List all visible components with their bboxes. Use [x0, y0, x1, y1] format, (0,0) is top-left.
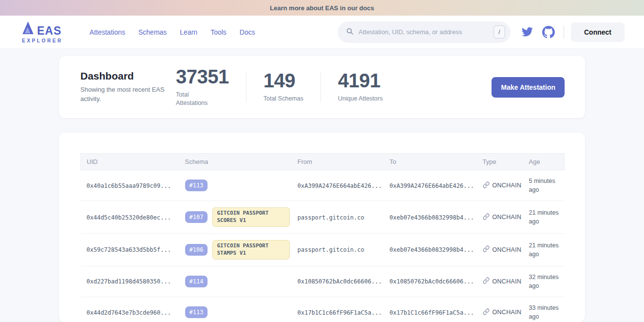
slash-shortcut-badge: / [493, 25, 505, 39]
schema-id-badge[interactable]: #107 [185, 211, 208, 223]
attestation-type-label: ONCHAIN [492, 214, 522, 221]
stat-label: Total Attestations [176, 91, 221, 108]
attestation-uid[interactable]: 0x40a1c6b55aaa9789c09... [87, 182, 171, 189]
table-header: UID Schema From To Type Age [81, 154, 565, 170]
age-text: 5 minutes ago [529, 178, 555, 193]
attestation-type-label: ONCHAIN [492, 182, 522, 189]
link-icon [483, 245, 490, 254]
to-address[interactable]: 0xeb07e4366b0832998b4... [390, 214, 474, 221]
page-subtitle: Showing the most recent EAS activity. [80, 85, 176, 104]
twitter-icon[interactable] [521, 26, 533, 38]
stat-total-attestations: 37351 Total Attestations [176, 67, 229, 108]
column-header-type: Type [477, 154, 523, 170]
eas-logo[interactable]: EAS EXPLORER [22, 21, 63, 43]
stat-value: 37351 [176, 67, 229, 86]
from-address[interactable]: passport.gitcoin.co [298, 214, 364, 221]
from-address[interactable]: 0x10850762bAc0dc66606... [298, 278, 382, 285]
stat-value: 4191 [338, 71, 383, 90]
table-row[interactable]: 0x44d2d7643e7b3cde960... #113 0x17b1C1c6… [81, 297, 565, 322]
eas-triangle-icon [22, 21, 34, 37]
page-title: Dashboard [80, 70, 176, 82]
link-icon [483, 213, 490, 221]
nav-schemas[interactable]: Schemas [138, 28, 167, 36]
from-address[interactable]: passport.gitcoin.co [298, 246, 364, 253]
stat-divider [246, 72, 246, 102]
attestation-uid[interactable]: 0x44d2d7643e7b3cde960... [87, 309, 171, 316]
column-header-uid: UID [81, 154, 179, 170]
to-address[interactable]: 0x10850762bAc0dc66606... [390, 278, 474, 285]
nav-learn[interactable]: Learn [180, 28, 197, 36]
age-text: 33 minutes ago [529, 304, 559, 320]
search-icon [346, 27, 359, 37]
nav-docs[interactable]: Docs [240, 28, 255, 36]
stat-unique-attestors: 4191 Unique Attestors [338, 71, 383, 103]
to-address[interactable]: 0x17b1C1c66fF96F1aC5a... [390, 309, 474, 316]
age-text: 21 minutes ago [529, 209, 559, 225]
stat-divider [321, 72, 321, 102]
promo-banner-link[interactable]: Learn more about EAS in our docs [270, 4, 374, 12]
social-links [521, 26, 555, 39]
stat-label: Unique Attestors [338, 95, 383, 103]
schema-name-badge[interactable]: GITCOIN PASSPORT SCORES V1 [212, 207, 289, 227]
schema-name-badge[interactable]: GITCOIN PASSPORT STAMPS V1 [212, 240, 289, 260]
github-icon[interactable] [542, 26, 555, 39]
attestation-uid[interactable]: 0x59c728543a633d5bb5f... [87, 246, 171, 253]
schema-id-badge[interactable]: #114 [185, 276, 208, 287]
attestations-table: UID Schema From To Type Age 0x40a1c6b55a… [80, 153, 565, 322]
table-row[interactable]: 0x44d5c40b25320de80ec... #107 GITCOIN PA… [81, 201, 565, 234]
stat-label: Total Schemas [264, 95, 303, 103]
attestation-uid[interactable]: 0x44d5c40b25320de80ec... [87, 214, 171, 221]
promo-banner: Learn more about EAS in our docs [0, 0, 644, 16]
nav-attestations[interactable]: Attestations [90, 28, 125, 36]
attestation-uid[interactable]: 0xd227bad1198d4580350... [87, 278, 171, 285]
link-icon [483, 308, 490, 317]
table-row[interactable]: 0x40a1c6b55aaa9789c09... #113 0xA399A247… [81, 170, 565, 201]
table-row[interactable]: 0x59c728543a633d5bb5f... #106 GITCOIN PA… [81, 233, 565, 266]
attestation-type-label: ONCHAIN [492, 246, 522, 253]
link-icon [483, 181, 490, 190]
attestations-card: UID Schema From To Type Age 0x40a1c6b55a… [59, 133, 585, 322]
table-row[interactable]: 0xd227bad1198d4580350... #114 0x10850762… [81, 266, 565, 297]
app-header: EAS EXPLORER Attestations Schemas Learn … [0, 16, 644, 49]
dashboard-card: Dashboard Showing the most recent EAS ac… [59, 56, 585, 118]
age-text: 21 minutes ago [529, 242, 559, 258]
dashboard-stats: 37351 Total Attestations 149 Total Schem… [176, 67, 382, 108]
column-header-schema: Schema [179, 154, 292, 170]
attestation-type-label: ONCHAIN [492, 278, 522, 285]
table-body: 0x40a1c6b55aaa9789c09... #113 0xA399A247… [81, 170, 565, 322]
from-address[interactable]: 0xA399A2476E664abE426... [298, 182, 382, 189]
search-bar[interactable]: / [338, 21, 511, 43]
main-nav: Attestations Schemas Learn Tools Docs [90, 28, 255, 36]
connect-button[interactable]: Connect [571, 22, 625, 42]
age-text: 32 minutes ago [529, 274, 559, 289]
schema-id-badge[interactable]: #113 [185, 306, 208, 318]
from-address[interactable]: 0x17b1C1c66fF96F1aC5a... [298, 309, 382, 316]
main-content: Dashboard Showing the most recent EAS ac… [59, 56, 585, 322]
column-header-age: Age [523, 154, 565, 170]
nav-tools[interactable]: Tools [210, 28, 227, 36]
schema-id-badge[interactable]: #106 [185, 244, 208, 256]
attestation-type-label: ONCHAIN [492, 309, 522, 316]
logo-subtitle: EXPLORER [22, 38, 63, 43]
to-address[interactable]: 0xA399A2476E664abE426... [390, 182, 474, 189]
logo-title: EAS [37, 25, 61, 37]
to-address[interactable]: 0xeb07e4366b0832998b4... [390, 246, 474, 253]
stat-value: 149 [264, 71, 303, 90]
make-attestation-button[interactable]: Make Attestation [492, 77, 565, 98]
header-divider [564, 26, 564, 39]
column-header-from: From [292, 154, 384, 170]
schema-id-badge[interactable]: #113 [185, 180, 208, 191]
search-input[interactable] [359, 28, 493, 36]
column-header-to: To [384, 154, 477, 170]
stat-total-schemas: 149 Total Schemas [264, 71, 303, 103]
link-icon [483, 277, 490, 285]
